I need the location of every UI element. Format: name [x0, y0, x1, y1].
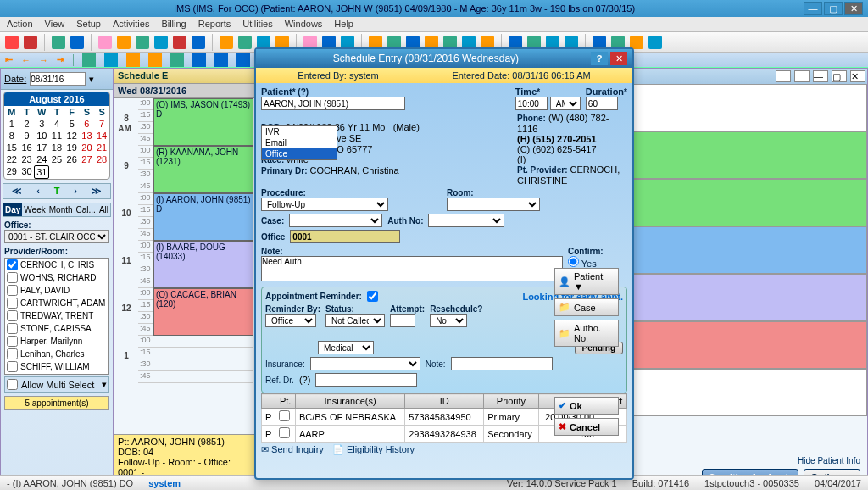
reminder-status-select[interactable]: Not Called [326, 314, 385, 327]
provider-item[interactable]: Shafer Mauritzsson, Jan [5, 373, 108, 375]
provider-item[interactable]: CARTWRIGHT, ADAM [5, 297, 108, 309]
dialog-side-buttons: 👤Patient ▼ 📁Case 📁Autho. No. [554, 268, 619, 347]
confirm-yes[interactable] [568, 256, 579, 267]
right-footer: Hide Patient Info [798, 456, 860, 465]
nav-controls: ≪ ‹ T › ≫ [3, 183, 111, 199]
medical-select[interactable]: Medical [318, 341, 374, 354]
dialog-close-button[interactable]: ✕ [610, 52, 627, 65]
schedule-footer: Pt: AARON, JOHN (9851) - DOB: 04 Follow-… [114, 434, 257, 479]
provider-item[interactable]: STONE, CARISSA [5, 322, 108, 335]
date-input[interactable] [30, 72, 86, 86]
provider-item[interactable]: CERNOCH, CHRIS [5, 259, 108, 271]
nav-next[interactable]: › [74, 186, 77, 197]
expand-icon[interactable]: ▾ [102, 379, 107, 390]
appointment-block[interactable]: (I) BAARE, DOUG (14033) [153, 241, 253, 288]
provider-item[interactable]: Lenihan, Charles [5, 348, 108, 360]
time-ampm[interactable]: AM [550, 97, 581, 110]
insurance-select[interactable] [310, 357, 420, 370]
dropdown-opt-email[interactable]: Email [262, 137, 337, 148]
menu-view[interactable]: View [45, 19, 65, 30]
insurance-note[interactable] [451, 357, 553, 370]
hide-patient-info-link[interactable]: Hide Patient Info [798, 456, 860, 465]
dropdown-opt-office[interactable]: Office [262, 148, 337, 159]
allow-multi-checkbox[interactable] [7, 379, 18, 390]
appointment-block[interactable]: (R) KAANANA, JOHN (1231) [153, 146, 253, 193]
reschedule-select[interactable]: No [430, 314, 467, 327]
nav-next-icon[interactable]: → [39, 55, 48, 65]
menu-action[interactable]: Action [7, 19, 33, 30]
menu-reports[interactable]: Reports [198, 19, 231, 30]
rt-btn2[interactable] [794, 70, 810, 82]
provider-item[interactable]: TREDWAY, TRENT [5, 309, 108, 322]
tab-cal[interactable]: Cal... [75, 203, 97, 216]
nav-last[interactable]: ≫ [92, 186, 102, 197]
rt-minimize[interactable]: — [813, 70, 828, 82]
appointment-block[interactable]: (O) CACACE, BRIAN (120) [153, 288, 253, 336]
provider-item[interactable]: PALY, DAVID [5, 284, 108, 297]
nav-last-icon[interactable]: ⇥ [57, 54, 64, 65]
send-inquiry-link[interactable]: ✉ Send Inquiry [261, 444, 324, 455]
menu-windows[interactable]: Windows [285, 19, 323, 30]
time-field[interactable] [515, 97, 548, 110]
tab-day[interactable]: Day [3, 203, 22, 216]
nav-prev[interactable]: ‹ [36, 186, 40, 197]
side-case-button[interactable]: 📁Case [554, 298, 619, 316]
reminder-checkbox[interactable] [367, 291, 378, 302]
menu-activities[interactable]: Activities [113, 19, 149, 30]
reminder-by-select[interactable]: Office [265, 314, 316, 327]
dialog-help-button[interactable]: ? [591, 52, 608, 65]
appointment-block[interactable]: (I) AARON, JOHN (9851) D [153, 193, 253, 241]
date-bar: Date: ▾ [1, 69, 113, 90]
nav-prev-icon[interactable]: ← [21, 55, 31, 65]
room-select[interactable] [447, 198, 540, 211]
nav-first-icon[interactable]: ⇤ [5, 54, 13, 65]
patient-field[interactable] [261, 97, 405, 110]
procedure-select[interactable]: Follow-Up [261, 198, 388, 211]
time-label: Time* [515, 86, 581, 97]
office-field[interactable] [290, 230, 400, 243]
cancel-button[interactable]: ✖Cancel [554, 418, 619, 436]
appointment-block[interactable]: (O) IMS, JASON (17493) D [153, 98, 253, 146]
maximize-button[interactable]: ▢ [824, 2, 843, 15]
allow-multi-select[interactable]: Allow Multi Select ▾ [4, 376, 109, 393]
minimize-button[interactable]: — [804, 2, 822, 15]
rt-close[interactable]: ✕ [850, 70, 865, 82]
appt-count: 5 appointment(s) [4, 396, 109, 410]
ok-button[interactable]: ✔Ok [554, 397, 619, 415]
schedule-column: Schedule E Wed 08/31/2016 8:00:15:30:45(… [114, 68, 258, 490]
menu-billing[interactable]: Billing [161, 19, 186, 30]
nav-today[interactable]: T [54, 186, 60, 197]
tab-week[interactable]: Week [22, 203, 47, 216]
side-patient-button[interactable]: 👤Patient ▼ [554, 268, 619, 295]
close-button[interactable]: ✕ [844, 2, 863, 15]
mini-calendar[interactable]: August 2016 MTWTFSS 1234567 891011121314… [3, 92, 110, 180]
status-date: 04/04/2017 [815, 478, 861, 488]
menu-help[interactable]: Help [334, 19, 353, 30]
nav-first[interactable]: ≪ [12, 186, 22, 197]
left-pane: Date: ▾ August 2016 MTWTFSS 1234567 8910… [0, 68, 114, 490]
status-pc: 1stpctouch3 - 0050335 [704, 478, 799, 488]
duration-field[interactable] [586, 97, 618, 110]
menu-utilities[interactable]: Utilities [242, 19, 272, 30]
office-select[interactable]: 0001 - ST. CLAIR OCCUP [4, 230, 109, 243]
case-select[interactable] [289, 214, 382, 227]
refdr-field[interactable] [315, 373, 417, 387]
menu-setup[interactable]: Setup [76, 19, 101, 30]
tab-all[interactable]: All [97, 203, 110, 216]
note-field[interactable] [261, 256, 563, 281]
provider-item[interactable]: WOHNS, RICHARD [5, 271, 108, 284]
rt-maximize[interactable]: ▢ [832, 70, 847, 82]
side-authno-button[interactable]: 📁Autho. No. [554, 320, 619, 347]
dropdown-opt-ivr[interactable]: IVR [262, 126, 337, 137]
reminder-by-dropdown[interactable]: IVR Email Office [261, 125, 337, 160]
provider-item[interactable]: SCHIFF, WILLIAM [5, 360, 108, 373]
provider-item[interactable]: Harper, Marilynn [5, 335, 108, 348]
authno-select[interactable] [428, 214, 504, 227]
schedule-grid[interactable]: 8:00:15:30:45(O) IMS, JASON (17493) D9:0… [114, 98, 257, 404]
eligibility-history-link[interactable]: 📄 Eligibility History [332, 444, 415, 455]
provider-list[interactable]: CERNOCH, CHRIS WOHNS, RICHARD PALY, DAVI… [4, 258, 109, 375]
date-dropdown-icon[interactable]: ▾ [89, 74, 94, 85]
attempt-field[interactable] [390, 314, 415, 327]
rt-btn1[interactable] [776, 70, 791, 82]
tab-month[interactable]: Month [47, 203, 75, 216]
